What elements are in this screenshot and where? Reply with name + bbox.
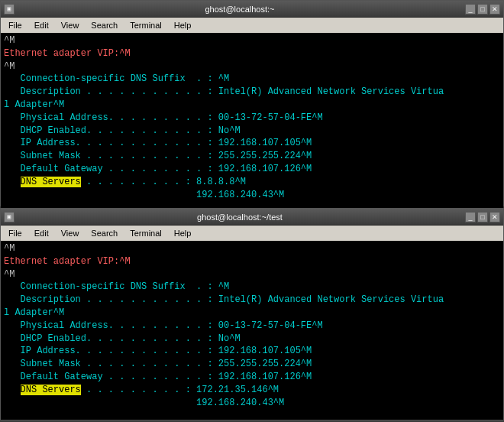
- close-button-2[interactable]: ✕: [489, 212, 500, 222]
- menu-view-1[interactable]: View: [55, 18, 86, 33]
- line-6: l Adapter^M: [4, 99, 500, 112]
- window-controls-2: _ □ ✕: [465, 212, 500, 222]
- minimize-button-1[interactable]: _: [465, 4, 476, 15]
- title-bar-left-1: ▣: [4, 4, 15, 15]
- title-bar-1: ▣ ghost@localhost:~ _ □ ✕: [1, 1, 503, 18]
- title-bar-2: ▣ ghost@localhost:~/test _ □ ✕: [1, 209, 503, 226]
- line2-10: Subnet Mask . . . . . . . . . . . : 255.…: [4, 358, 500, 371]
- menu-file-1[interactable]: File: [2, 18, 28, 33]
- line2-3: ^M: [4, 268, 500, 281]
- menu-help-2[interactable]: Help: [168, 226, 198, 241]
- terminal-window-2: ▣ ghost@localhost:~/test _ □ ✕ File Edit…: [0, 208, 504, 420]
- line-1: ^M: [4, 34, 500, 47]
- menu-edit-1[interactable]: Edit: [28, 18, 55, 33]
- line-2: Ethernet adapter VIP:^M: [4, 47, 500, 60]
- menu-file-2[interactable]: File: [2, 226, 28, 241]
- line-12: DNS Servers . . . . . . . . . : 8.8.8.8^…: [4, 176, 500, 189]
- minimize-button-2[interactable]: _: [465, 212, 476, 222]
- line-10: Subnet Mask . . . . . . . . . . . : 255.…: [4, 150, 500, 163]
- line-13: 192.168.240.43^M: [4, 189, 500, 202]
- window-controls-1: _ □ ✕: [465, 4, 500, 15]
- line-11: Default Gateway . . . . . . . . . : 192.…: [4, 163, 500, 176]
- line2-8: DHCP Enabled. . . . . . . . . . . : No^M: [4, 333, 500, 346]
- close-button-1[interactable]: ✕: [489, 4, 500, 15]
- line2-12: DNS Servers . . . . . . . . . : 172.21.3…: [4, 384, 500, 397]
- line-8: DHCP Enabled. . . . . . . . . . . : No^M: [4, 125, 500, 138]
- terminal-icon-2: ▣: [4, 212, 15, 222]
- line-3: ^M: [4, 60, 500, 73]
- line-4: Connection-specific DNS Suffix . : ^M: [4, 73, 500, 86]
- title-bar-left-2: ▣: [4, 212, 15, 222]
- line-5: Description . . . . . . . . . . . : Inte…: [4, 86, 500, 99]
- menu-view-2[interactable]: View: [55, 226, 86, 241]
- line2-4: Connection-specific DNS Suffix . : ^M: [4, 281, 500, 294]
- menu-terminal-2[interactable]: Terminal: [124, 226, 168, 241]
- menu-search-2[interactable]: Search: [85, 226, 124, 241]
- line2-11: Default Gateway . . . . . . . . . : 192.…: [4, 371, 500, 384]
- menu-help-1[interactable]: Help: [168, 18, 198, 33]
- menu-search-1[interactable]: Search: [85, 18, 124, 33]
- line2-2: Ethernet adapter VIP:^M: [4, 255, 500, 268]
- line2-5: Description . . . . . . . . . . . : Inte…: [4, 294, 500, 307]
- line2-7: Physical Address. . . . . . . . . : 00-1…: [4, 320, 500, 333]
- maximize-button-2[interactable]: □: [477, 212, 488, 222]
- window-title-1: ghost@localhost:~: [15, 5, 465, 14]
- window-title-2: ghost@localhost:~/test: [15, 213, 465, 222]
- line2-9: IP Address. . . . . . . . . . . . : 192.…: [4, 345, 500, 358]
- line-9: IP Address. . . . . . . . . . . . : 192.…: [4, 137, 500, 150]
- maximize-button-1[interactable]: □: [477, 4, 488, 15]
- terminal-window-1: ▣ ghost@localhost:~ _ □ ✕ File Edit View…: [0, 0, 504, 206]
- terminal-icon-1: ▣: [4, 4, 15, 15]
- menu-bar-2: File Edit View Search Terminal Help: [1, 226, 503, 241]
- line2-1: ^M: [4, 242, 500, 255]
- menu-edit-2[interactable]: Edit: [28, 226, 55, 241]
- line2-13: 192.168.240.43^M: [4, 397, 500, 410]
- terminal-content-2: ^M Ethernet adapter VIP:^M ^M Connection…: [1, 241, 503, 411]
- line-7: Physical Address. . . . . . . . . : 00-1…: [4, 112, 500, 125]
- terminal-content-1: ^M Ethernet adapter VIP:^M ^M Connection…: [1, 33, 503, 209]
- menu-terminal-1[interactable]: Terminal: [124, 18, 168, 33]
- line2-6: l Adapter^M: [4, 307, 500, 320]
- menu-bar-1: File Edit View Search Terminal Help: [1, 18, 503, 33]
